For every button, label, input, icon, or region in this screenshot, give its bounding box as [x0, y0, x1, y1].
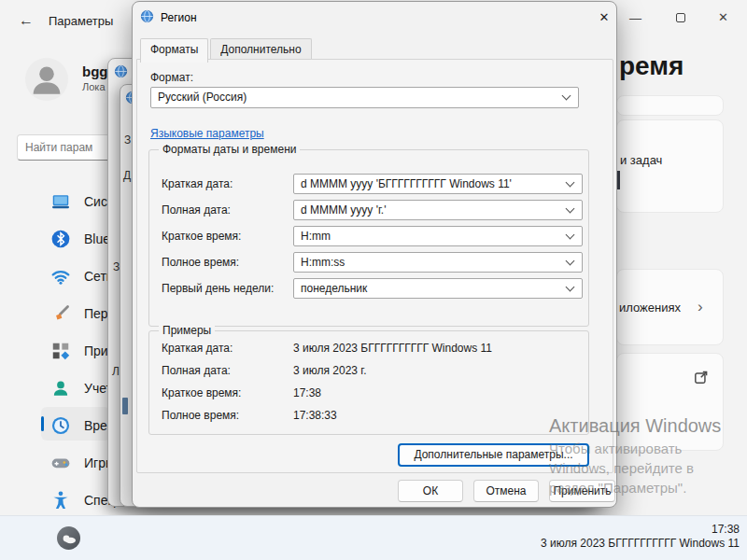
search-placeholder: Найти парам: [25, 141, 92, 154]
long-time-value: H:mm:ss: [301, 256, 345, 269]
long-time-label: Полное время:: [162, 256, 239, 269]
gamepad-icon: [50, 453, 71, 473]
tab-formats[interactable]: Форматы: [140, 38, 208, 63]
chevron-down-icon: [566, 231, 575, 240]
example-short-time-value: 17:38: [293, 386, 321, 399]
bluetooth-icon: [50, 229, 71, 249]
long-date-label: Полная дата:: [162, 203, 231, 217]
chevron-right-icon: ›: [698, 298, 703, 316]
taskbar: ENG 17:38 3 июля 2023 БГГГГГГГГГГ Window…: [0, 515, 747, 560]
example-short-date-label: Краткая дата:: [162, 342, 233, 355]
format-combobox[interactable]: Русский (Россия): [150, 87, 579, 108]
additional-parameters-button[interactable]: Дополнительные параметры...: [398, 443, 589, 467]
card-additional-settings[interactable]: [616, 353, 724, 451]
long-date-value: d MMMM yyyy 'г.': [301, 203, 387, 217]
datetime-formats-group-title: Форматы даты и времени: [159, 143, 300, 156]
clipped-control-fragment: [617, 171, 620, 189]
accounts-icon: [50, 378, 71, 399]
sidebar-accent-bar: [41, 416, 44, 431]
brush-icon: [50, 303, 71, 324]
maximize-icon[interactable]: [676, 13, 685, 22]
clipped-control-fragment: [122, 398, 128, 414]
card-date-time[interactable]: [616, 95, 724, 116]
apply-button[interactable]: Применить: [549, 480, 615, 502]
page-title-partial: ремя: [619, 51, 684, 81]
long-time-combobox[interactable]: H:mm:ss: [293, 252, 583, 273]
example-long-date-value: 3 июля 2023 г.: [293, 364, 367, 377]
card-language-apps-label: иложениях: [619, 301, 681, 315]
language-settings-link[interactable]: Языковые параметры: [150, 127, 264, 140]
card-taskbar-clock-label: и задач: [620, 153, 662, 167]
examples-group-title: Примеры: [159, 324, 215, 337]
external-link-icon: [693, 369, 710, 385]
desktop: ← Параметры — ✕ bgg Лока Найти парам Сис…: [0, 0, 747, 560]
settings-window-title: Параметры: [49, 14, 113, 28]
example-long-time-value: 17:38:33: [293, 409, 337, 422]
first-day-combobox[interactable]: понедельник: [293, 278, 583, 299]
cancel-button[interactable]: Отмена: [473, 480, 539, 502]
short-time-value: H:mm: [301, 230, 331, 243]
tab-strip: ФорматыДополнительно: [140, 38, 314, 63]
first-day-value: понедельник: [301, 282, 367, 295]
avatar[interactable]: [25, 58, 68, 101]
back-button[interactable]: ←: [19, 12, 34, 29]
apps-icon: [50, 341, 71, 361]
example-long-time-label: Полное время:: [162, 409, 239, 422]
widgets-weather-icon[interactable]: [56, 525, 81, 551]
close-icon[interactable]: ✕: [718, 10, 728, 24]
ok-button[interactable]: ОК: [398, 480, 463, 502]
accessibility-icon: [50, 490, 71, 511]
chevron-down-icon: [566, 178, 575, 188]
short-date-value: d MMMM yyyy 'БГГГГГГГГГГ Windows 11': [301, 177, 512, 190]
clipped-text-fragment: Л: [112, 365, 120, 378]
chevron-down-icon: [566, 204, 575, 214]
format-label: Формат:: [150, 71, 193, 84]
chevron-down-icon: [562, 91, 571, 101]
short-date-label: Краткая дата:: [162, 177, 233, 190]
wifi-icon: [50, 266, 71, 287]
tab-additional[interactable]: Дополнительно: [210, 38, 311, 59]
taskbar-clock[interactable]: 17:38 3 июля 2023 БГГГГГГГГГГ Windows 11: [541, 523, 740, 551]
example-long-date-label: Полная дата:: [162, 364, 231, 377]
clock-icon: [50, 415, 71, 436]
short-date-combobox[interactable]: d MMMM yyyy 'БГГГГГГГГГГ Windows 11': [293, 174, 583, 194]
clock-date: 3 июля 2023 БГГГГГГГГГГ Windows 11: [541, 537, 740, 551]
format-combobox-value: Русский (Россия): [158, 91, 247, 104]
short-time-combobox[interactable]: H:mm: [293, 226, 583, 246]
dialog-title: Регион: [161, 11, 197, 24]
example-short-time-label: Краткое время:: [162, 386, 241, 399]
clipped-text-fragment: З: [124, 133, 131, 147]
long-date-combobox[interactable]: d MMMM yyyy 'г.': [293, 200, 583, 220]
dialog-close-icon[interactable]: ✕: [592, 10, 616, 24]
user-name: bgg: [82, 63, 108, 79]
person-icon: [25, 58, 68, 101]
chevron-down-icon: [566, 283, 575, 292]
system-icon: [50, 191, 71, 212]
globe-icon: [140, 9, 154, 23]
short-time-label: Краткое время:: [162, 230, 241, 243]
first-day-label: Первый день недели:: [162, 282, 274, 295]
globe-icon: [114, 64, 128, 78]
search-input[interactable]: Найти парам: [17, 134, 114, 161]
user-subtitle: Лока: [82, 81, 106, 92]
example-short-date-value: 3 июля 2023 БГГГГГГГГГГ Windows 11: [293, 342, 492, 355]
chevron-down-icon: [566, 257, 575, 266]
clock-time: 17:38: [541, 523, 740, 537]
region-dialog: Регион ✕ ФорматыДополнительно Формат: Ру…: [132, 1, 617, 508]
clipped-text-fragment: Д: [123, 169, 131, 182]
minimize-icon[interactable]: —: [629, 11, 641, 25]
